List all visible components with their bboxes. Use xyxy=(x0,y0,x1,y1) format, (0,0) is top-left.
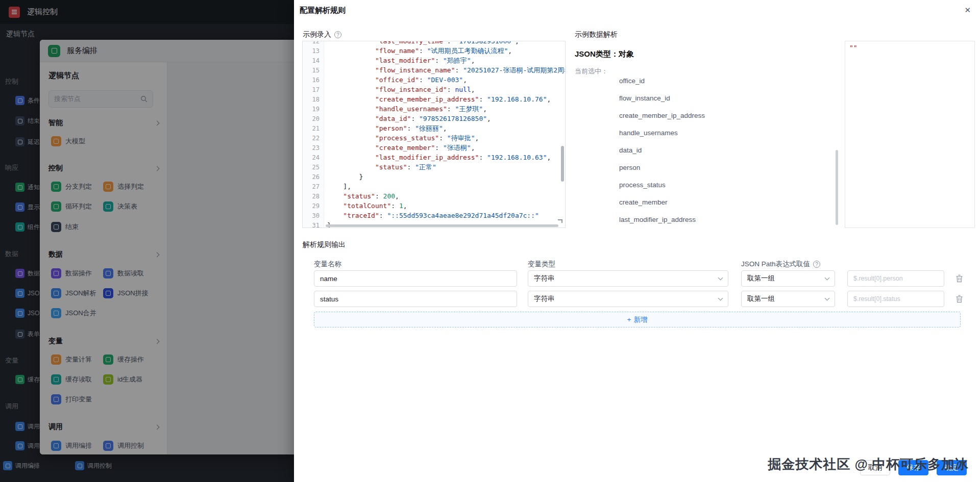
code-line: 24 "last_modifier_ip_address": "192.168.… xyxy=(303,153,565,162)
variable-type-select[interactable]: 字符串 xyxy=(528,270,728,287)
delete-row-icon[interactable] xyxy=(955,295,963,303)
chevron-down-icon xyxy=(825,296,830,301)
chevron-down-icon xyxy=(825,275,830,281)
preview-value: "" xyxy=(849,44,857,52)
plus-icon: + xyxy=(627,316,631,323)
json-field-item[interactable]: office_id xyxy=(619,77,823,90)
line-number: 19 xyxy=(303,106,324,113)
variable-name-input[interactable] xyxy=(314,291,517,307)
line-number: 16 xyxy=(303,77,324,84)
variable-name-input[interactable] xyxy=(314,270,517,287)
sample-json-editor[interactable]: 12 "last_modify_time": "1761382931000",1… xyxy=(302,41,566,228)
code-line: 26 } xyxy=(303,172,565,182)
dialog-title: 配置解析规则 xyxy=(300,6,346,15)
line-number: 15 xyxy=(303,67,324,74)
line-number: 14 xyxy=(303,57,324,64)
code-line: 20 "data_id": "978526178126850", xyxy=(303,114,565,123)
chevron-down-icon xyxy=(718,275,723,281)
value-group-select[interactable]: 取第一组 xyxy=(741,291,835,307)
json-path-input[interactable] xyxy=(847,291,944,307)
code-line: 25 "status": "正常" xyxy=(303,162,565,172)
chevron-down-icon xyxy=(718,296,723,301)
watermark: 掘金技术社区 @ 中杯可乐多加冰 xyxy=(768,455,969,473)
resize-grip-icon[interactable] xyxy=(558,219,562,223)
code-line: 13 "flow_name": "试用期员工考勤确认流程", xyxy=(303,46,565,56)
line-number: 30 xyxy=(303,212,324,219)
code-line: 16 "office_id": "DEV-003", xyxy=(303,75,565,85)
parse-result-text: 示例数据解析 xyxy=(575,30,618,39)
json-type-line: JSON类型：对象 xyxy=(575,49,634,59)
line-number: 31 xyxy=(303,222,324,229)
code-line: 22 "process_status": "待审批", xyxy=(303,133,565,143)
line-number: 20 xyxy=(303,115,324,122)
modal-backdrop[interactable] xyxy=(0,0,294,482)
code-line: 12 "last_modify_time": "1761382931000", xyxy=(303,41,565,46)
json-field-item[interactable]: person xyxy=(619,159,823,176)
line-number: 13 xyxy=(303,47,324,55)
line-number: 21 xyxy=(303,125,324,132)
column-header-variable-type: 变量类型 xyxy=(528,260,555,269)
code-line: 23 "create_member": "张语桐", xyxy=(303,143,565,153)
line-number: 12 xyxy=(303,41,324,45)
line-number: 27 xyxy=(303,183,324,190)
rule-row: 字符串取第一组 xyxy=(294,291,980,307)
code-line: 30 "traceId": "::55dd593ca4aeae8e292d71a… xyxy=(303,211,565,220)
parse-result-label: 示例数据解析 xyxy=(575,30,618,39)
variable-type-select[interactable]: 字符串 xyxy=(528,291,728,307)
field-list-scrollbar[interactable] xyxy=(836,150,838,225)
line-number: 23 xyxy=(303,144,324,151)
editor-horizontal-scrollbar[interactable] xyxy=(326,224,558,227)
column-header-json-path: JSON Path表达式取值 ? xyxy=(741,260,820,269)
selected-label: 当前选中： xyxy=(575,67,608,76)
json-type-value: 对象 xyxy=(619,49,634,58)
line-number: 28 xyxy=(303,193,324,200)
sample-input-text: 示例录入 xyxy=(303,30,331,39)
code-line: 27 ], xyxy=(303,182,565,191)
json-field-item[interactable]: handle_usernames xyxy=(619,124,823,142)
json-field-item[interactable]: data_id xyxy=(619,142,823,159)
line-number: 22 xyxy=(303,135,324,142)
sample-input-label: 示例录入 ? xyxy=(303,30,341,39)
output-text: 解析规则输出 xyxy=(303,240,346,249)
add-rule-button[interactable]: + 新增 xyxy=(314,312,961,327)
line-number: 25 xyxy=(303,164,324,171)
json-path-input[interactable] xyxy=(847,270,944,287)
line-number: 18 xyxy=(303,96,324,103)
code-line: 21 "person": "徐丽丽", xyxy=(303,123,565,133)
code-line: 28 "status": 200, xyxy=(303,191,565,201)
code-line: 15 "flow_instance_name": "20251027-张语桐-试… xyxy=(303,65,565,75)
column-header-variable-name: 变量名称 xyxy=(314,260,341,269)
line-number: 24 xyxy=(303,154,324,161)
json-type-label: JSON类型： xyxy=(575,49,619,58)
code-line: 14 "last_modifier": "郑皓宇", xyxy=(303,56,565,65)
delete-row-icon[interactable] xyxy=(955,274,963,283)
output-label: 解析规则输出 xyxy=(303,240,346,249)
line-number: 29 xyxy=(303,202,324,210)
json-field-list: office_idflow_instance_idcreate_member_i… xyxy=(619,77,823,228)
rule-row: 字符串取第一组 xyxy=(294,270,980,287)
background-app: 逻辑控制 逻辑节点 控制条件判定结束延迟器响应通知显示组件数据数据操作JSON解… xyxy=(0,0,294,482)
editor-vertical-scrollbar[interactable] xyxy=(561,146,564,182)
close-icon[interactable]: ✕ xyxy=(964,6,971,14)
value-group-select[interactable]: 取第一组 xyxy=(741,270,835,287)
code-line: 29 "totalCount": 1, xyxy=(303,201,565,211)
json-field-item[interactable]: create_member_ip_address xyxy=(619,107,823,124)
code-line: 18 "create_member_ip_address": "192.168.… xyxy=(303,94,565,104)
json-field-item[interactable]: last_modifier_ip_address xyxy=(619,211,823,228)
line-number: 26 xyxy=(303,173,324,181)
help-icon[interactable]: ? xyxy=(813,261,820,268)
code-line: 19 "handle_usernames": "王梦琪", xyxy=(303,104,565,114)
json-field-item[interactable]: process_status xyxy=(619,176,823,194)
json-field-item[interactable]: flow_instance_id xyxy=(619,90,823,107)
parse-rule-dialog: 配置解析规则 ✕ 示例录入 ? 示例数据解析 12 "last_modify_t… xyxy=(294,0,980,482)
json-field-item[interactable]: create_member xyxy=(619,194,823,211)
help-icon[interactable]: ? xyxy=(334,31,341,38)
line-number: 17 xyxy=(303,86,324,93)
code-line: 17 "flow_instance_id": null, xyxy=(303,85,565,94)
value-preview-pane[interactable]: "" xyxy=(845,41,975,228)
